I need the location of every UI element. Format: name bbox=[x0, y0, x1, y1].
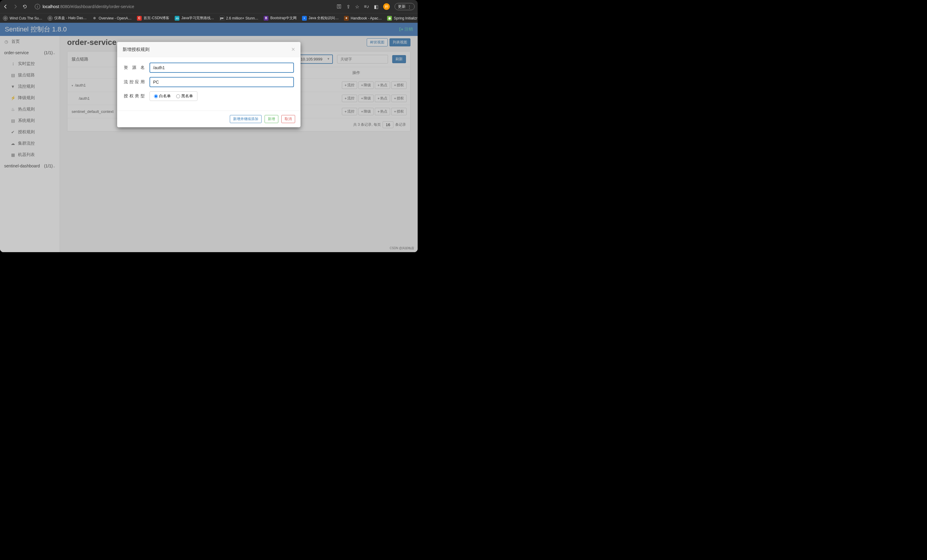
auth-rule-modal: 新增授权规则 × 资源名 流控应用 授权类型 白名单 黑名单 bbox=[117, 42, 301, 127]
app-label: 流控应用 bbox=[124, 79, 149, 85]
whitelist-radio[interactable]: 白名单 bbox=[154, 93, 171, 99]
modal-title: 新增授权规则 bbox=[123, 47, 149, 52]
add-continue-button[interactable]: 新增并继续添加 bbox=[230, 115, 261, 123]
resource-label: 资源名 bbox=[124, 65, 149, 70]
watermark: CSDN @风斩晚霞 bbox=[390, 246, 414, 250]
add-button[interactable]: 新增 bbox=[264, 115, 278, 123]
type-label: 授权类型 bbox=[124, 93, 149, 99]
modal-container: 新增授权规则 × 资源名 流控应用 授权类型 白名单 黑名单 bbox=[0, 0, 418, 252]
close-icon[interactable]: × bbox=[291, 46, 295, 53]
blacklist-radio[interactable]: 黑名单 bbox=[176, 93, 193, 99]
auth-type-radio-group: 白名单 黑名单 bbox=[149, 91, 198, 101]
cancel-button[interactable]: 取消 bbox=[281, 115, 295, 123]
resource-input[interactable] bbox=[149, 62, 294, 73]
app-input[interactable] bbox=[149, 77, 294, 87]
